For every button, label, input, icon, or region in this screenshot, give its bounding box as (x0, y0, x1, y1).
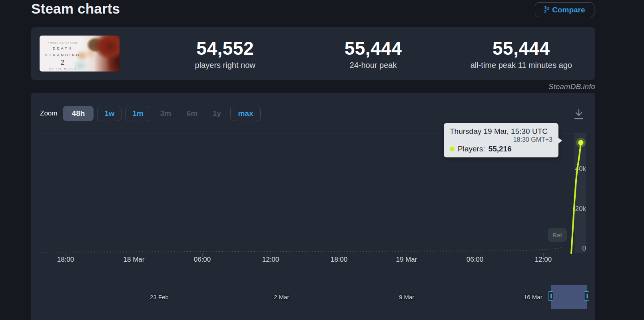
stat-label: 24-hour peak (350, 61, 397, 70)
zoom-button-48h[interactable]: 48h (63, 106, 94, 121)
tooltip-players-value: 55,216 (488, 145, 512, 153)
zoom-button-1w[interactable]: 1w (97, 106, 122, 121)
compare-button-label: Compare (552, 6, 585, 14)
navigator-date-label: 16 Mar (524, 294, 542, 300)
stat-value: 55,444 (492, 38, 550, 59)
stat-columns: 54,552 players right now 55,444 24-hour … (151, 27, 595, 80)
x-axis-tick (543, 253, 544, 257)
x-axis-tick (271, 253, 271, 257)
y-axis-label: 40k (562, 165, 586, 173)
zoom-button-1y: 1y (207, 106, 227, 121)
zoom-button-max[interactable]: max (230, 106, 261, 121)
navigator-date-label: 9 Mar (399, 294, 414, 300)
x-axis-line (40, 253, 586, 253)
compare-button[interactable]: 1 2 3 Compare (535, 2, 594, 17)
navigator-left-handle[interactable] (548, 291, 553, 301)
download-chart-button[interactable] (572, 108, 585, 121)
navigator-selected-range[interactable] (551, 285, 587, 309)
navigator-date-label: 2 Mar (274, 294, 289, 300)
zoom-button-1m[interactable]: 1m (125, 106, 150, 121)
stat-alltime-peak: 55,444 all-time peak 11 minutes ago (447, 27, 595, 80)
compare-icon-digit: 3 (546, 6, 549, 11)
gridline-20k (40, 213, 586, 213)
stat-value: 55,444 (345, 38, 402, 59)
x-axis-tick (134, 253, 134, 257)
x-axis-tick (202, 253, 203, 257)
series-marker-dot (450, 147, 455, 151)
navigator-tick (522, 285, 522, 302)
gridline-40k (40, 173, 586, 173)
y-axis-label: 20k (562, 205, 586, 213)
page-title: Steam charts (31, 1, 120, 17)
zoom-button-6m: 6m (181, 106, 203, 121)
tooltip-local-time: 18:30 GMT+3 (450, 136, 552, 143)
x-axis-tick (66, 253, 66, 257)
capsule-number: 2 (43, 59, 83, 67)
stat-label: all-time peak 11 minutes ago (471, 61, 572, 70)
navigator-right-handle[interactable] (584, 291, 589, 301)
stats-panel: A HIDEO KOJIMA GAME DEATH STRANDING 2 ON… (31, 27, 595, 80)
x-axis-tick (475, 253, 475, 257)
navigator-tick (272, 285, 272, 302)
tooltip-series-label: Players: (458, 145, 485, 153)
rel-overlay-badge: Rel (548, 228, 567, 242)
compare-123-icon: 1 2 3 (544, 6, 549, 14)
navigator-date-label: 23 Feb (150, 294, 169, 300)
zoom-toolbar-label: Zoom (40, 109, 57, 117)
x-axis-tick (339, 253, 339, 257)
download-icon (572, 108, 585, 121)
stat-label: players right now (195, 61, 255, 70)
capsule-title-line1: DEATH (43, 45, 83, 52)
stat-24h-peak: 55,444 24-hour peak (299, 27, 447, 80)
game-capsule-text: A HIDEO KOJIMA GAME DEATH STRANDING 2 ON… (43, 41, 83, 72)
steamdb-watermark: SteamDB.info (31, 82, 595, 91)
capsule-title-line2: STRANDING (43, 52, 83, 59)
hover-column-highlight (574, 133, 586, 253)
capsule-studio-line: A HIDEO KOJIMA GAME (43, 41, 83, 45)
zoom-toolbar: Zoom 48h 1w 1m 3m 6m 1y max (40, 106, 264, 121)
navigator-top-line (40, 285, 586, 285)
capsule-subtitle: ON THE BEACH (43, 67, 83, 71)
tooltip-datetime: Thursday 19 Mar, 15:30 UTC (450, 127, 552, 136)
game-capsule-image[interactable]: A HIDEO KOJIMA GAME DEATH STRANDING 2 ON… (40, 36, 120, 72)
navigator-tick (148, 285, 148, 302)
chart-tooltip: Thursday 19 Mar, 15:30 UTC 18:30 GMT+3 P… (444, 123, 558, 157)
y-axis-label: 0 (562, 244, 586, 252)
stat-value: 54,552 (196, 38, 254, 59)
steamdb-charts-page: Steam charts 1 2 3 Compare A HIDEO KOJIM… (0, 0, 644, 320)
navigator-tick (397, 285, 397, 302)
x-axis-tick (407, 253, 407, 257)
stat-current-players: 54,552 players right now (151, 27, 299, 80)
zoom-button-3m: 3m (154, 106, 177, 121)
